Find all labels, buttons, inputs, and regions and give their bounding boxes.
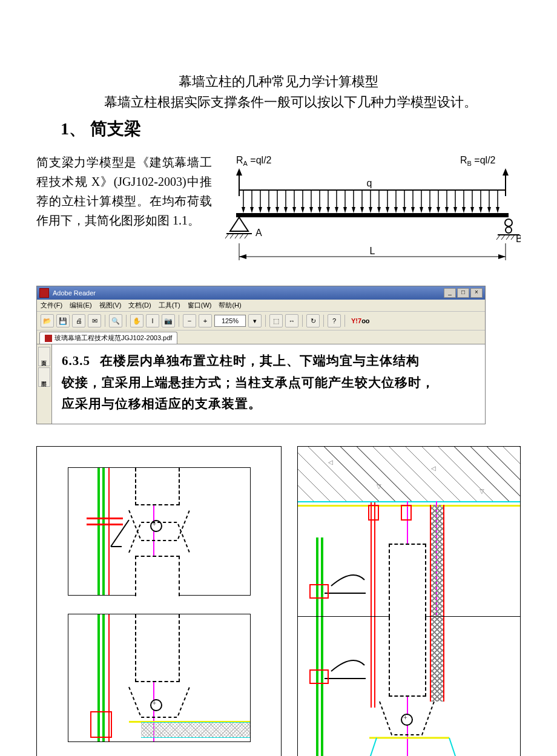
svg-marker-54 [335, 207, 338, 213]
snapshot-icon[interactable]: 📷 [162, 314, 175, 327]
svg-marker-3 [236, 168, 242, 176]
doc-subtitle: 幕墙立柱根据实际支撑条件一般可以按以下几种力学模型设计。 [36, 93, 521, 111]
help-icon[interactable]: ? [328, 314, 341, 327]
svg-line-11 [225, 234, 229, 238]
svg-marker-38 [267, 207, 271, 213]
doc-title: 幕墙立柱的几种常见力学计算模型 [36, 73, 521, 91]
tab-bar: 玻璃幕墙工程技术规范JGJ102-2003.pdf [37, 330, 485, 344]
section-heading: 1、 简支梁 [61, 117, 521, 140]
sidebar-pages-button[interactable]: 页面 [38, 347, 50, 366]
rotate-icon[interactable]: ↻ [306, 314, 320, 327]
svg-marker-74 [420, 207, 423, 213]
svg-line-13 [235, 234, 239, 238]
svg-marker-90 [487, 207, 491, 213]
svg-marker-68 [394, 207, 398, 213]
maximize-button[interactable]: □ [457, 288, 469, 298]
svg-text:RB =ql/2: RB =ql/2 [460, 155, 496, 167]
save-icon[interactable]: 💾 [56, 314, 70, 327]
svg-point-18 [506, 227, 512, 233]
svg-marker-44 [292, 207, 296, 213]
svg-line-21 [501, 235, 505, 240]
hand-tool-icon[interactable]: ✋ [130, 314, 143, 327]
menubar: 文件(F) 编辑(E) 视图(V) 文档(D) 工具(T) 窗口(W) 帮助(H… [37, 300, 485, 312]
doc-line-3: 应采用与位移相适应的支承装置。 [62, 396, 262, 411]
doc-line-2: 铰接，宜采用上端悬挂方式；当柱支承点可能产生较大位移时， [62, 375, 435, 390]
svg-marker-62 [369, 207, 372, 213]
select-text-icon[interactable]: I [146, 314, 159, 327]
svg-marker-84 [462, 207, 466, 213]
menu-window[interactable]: 窗口(W) [188, 301, 212, 310]
svg-marker-50 [318, 207, 321, 213]
svg-marker-46 [301, 207, 305, 213]
drawings-row: ◁ ▽ ◁ ▽ [36, 446, 521, 756]
svg-text:A: A [255, 228, 262, 238]
zoom-field[interactable]: 125% [214, 315, 246, 327]
print-icon[interactable]: 🖨 [72, 314, 85, 327]
svg-marker-72 [411, 207, 415, 213]
svg-marker-52 [326, 207, 330, 213]
minimize-button[interactable]: _ [444, 288, 456, 298]
document-content: 6.3.5在楼层内单独布置立柱时，其上、下端均宜与主体结构 铰接，宜采用上端悬挂… [52, 344, 485, 424]
menu-help[interactable]: 帮助(H) [219, 301, 241, 310]
close-button[interactable]: × [470, 288, 483, 298]
fit-page-icon[interactable]: ⬚ [269, 314, 283, 327]
toolbar: 📂 💾 🖨 ✉ 🔍 ✋ I 📷 − + 125% ▾ ⬚ ↔ ↻ ? Y!7oo [37, 312, 485, 330]
svg-marker-76 [428, 207, 432, 213]
svg-line-14 [240, 234, 243, 238]
svg-line-93 [111, 520, 129, 547]
svg-rect-99 [310, 670, 328, 683]
search-icon[interactable]: 🔍 [109, 314, 122, 327]
fit-width-icon[interactable]: ↔ [285, 314, 298, 327]
doc-line-1: 在楼层内单独布置立柱时，其上、下端均宜与主体结构 [100, 353, 420, 368]
document-tab[interactable]: 玻璃幕墙工程技术规范JGJ102-2003.pdf [39, 332, 177, 344]
svg-marker-64 [377, 207, 381, 213]
svg-marker-82 [453, 207, 457, 213]
svg-text:RA =ql/2: RA =ql/2 [236, 155, 272, 167]
app-icon [39, 288, 49, 298]
zoom-out-icon[interactable]: − [183, 314, 196, 327]
svg-marker-32 [242, 207, 245, 213]
menu-file[interactable]: 文件(F) [41, 301, 62, 310]
menu-tools[interactable]: 工具(T) [159, 301, 180, 310]
svg-rect-96 [310, 585, 328, 598]
svg-text:B: B [516, 234, 521, 244]
svg-line-15 [245, 234, 248, 238]
adobe-reader-window: Adobe Reader _ □ × 文件(F) 编辑(E) 视图(V) 文档(… [36, 286, 486, 424]
left-bottom-detail [68, 614, 251, 742]
svg-marker-56 [343, 207, 347, 213]
svg-point-17 [505, 219, 512, 226]
pdf-icon [45, 335, 52, 342]
beam-diagram: RA =ql/2 RB =ql/2 q [218, 153, 521, 274]
svg-marker-28 [239, 254, 246, 259]
menu-view[interactable]: 视图(V) [99, 301, 122, 310]
app-title: Adobe Reader [53, 289, 96, 297]
mail-icon[interactable]: ✉ [88, 314, 101, 327]
svg-rect-8 [236, 213, 509, 217]
zoom-in-icon[interactable]: + [199, 314, 212, 327]
svg-marker-70 [403, 207, 406, 213]
svg-marker-34 [250, 207, 254, 213]
svg-marker-29 [498, 254, 506, 259]
svg-marker-48 [309, 207, 313, 213]
svg-marker-60 [360, 207, 364, 213]
left-top-detail [68, 467, 251, 596]
zoom-dropdown-icon[interactable]: ▾ [248, 314, 262, 327]
left-frame [36, 446, 282, 756]
right-top-detail: ◁ ▽ ◁ ▽ [298, 447, 520, 617]
svg-marker-78 [437, 207, 440, 213]
menu-edit[interactable]: 编辑(E) [70, 301, 92, 310]
open-icon[interactable]: 📂 [41, 314, 54, 327]
svg-marker-40 [275, 207, 279, 213]
svg-line-20 [496, 235, 500, 240]
sidebar-layers-button[interactable]: 图层 [38, 367, 50, 387]
tab-label: 玻璃幕墙工程技术规范JGJ102-2003.pdf [54, 334, 172, 343]
svg-marker-5 [503, 168, 509, 176]
svg-marker-92 [496, 207, 499, 213]
svg-marker-58 [352, 207, 355, 213]
svg-text:L: L [370, 246, 375, 256]
sidebar: 页面 图层 [37, 344, 52, 424]
svg-marker-9 [230, 217, 248, 231]
menu-document[interactable]: 文档(D) [128, 301, 151, 310]
svg-text:q: q [367, 178, 372, 188]
yahoo-icon[interactable]: Y!7oo [349, 315, 372, 327]
